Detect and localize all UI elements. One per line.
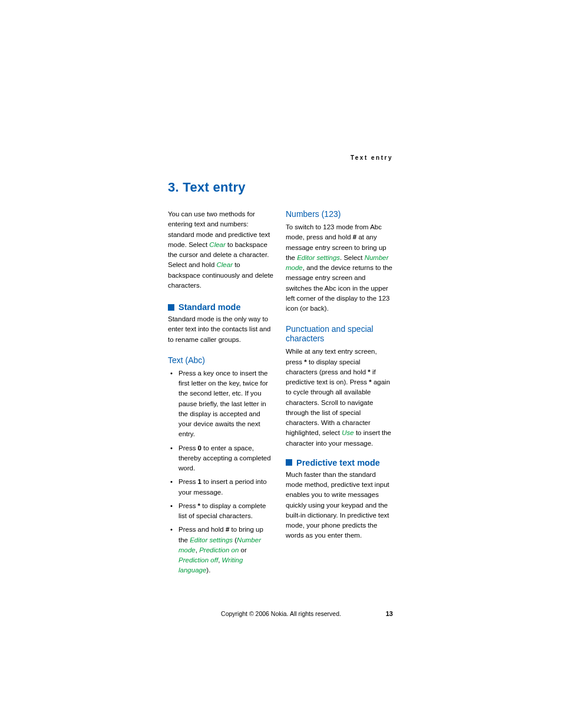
text-abc-list: Press a key once to insert the first let…: [168, 368, 274, 576]
prediction-on-option: Prediction on: [199, 546, 239, 554]
copyright-footer: Copyright © 2006 Nokia. All rights reser…: [0, 610, 562, 617]
li-text: Press: [178, 444, 198, 452]
punct-body: While at any text entry screen, press * …: [286, 347, 393, 449]
subsection-punctuation: Punctuation and special characters: [286, 324, 393, 343]
page-number: 13: [386, 610, 393, 617]
use-option: Use: [342, 429, 353, 436]
section-predictive-mode: Predictive text mode: [286, 458, 393, 467]
content-columns: You can use two methods for entering tex…: [168, 209, 393, 579]
editor-settings-option: Editor settings: [190, 536, 233, 543]
chapter-title: 3. Text entry: [168, 180, 393, 195]
subsection-numbers: Numbers (123): [286, 209, 393, 219]
li-text: ).: [206, 566, 210, 574]
list-item: Press 0 to enter a space, thereby accept…: [168, 443, 274, 474]
li-text: Press: [178, 502, 198, 509]
clear-option: Clear: [209, 241, 225, 248]
subsection-text-abc: Text (Abc): [168, 355, 274, 365]
editor-settings-option: Editor settings: [297, 254, 340, 261]
list-item: Press * to display a complete list of sp…: [168, 501, 274, 522]
p-text: again to cycle through all available cha…: [286, 378, 390, 436]
intro-paragraph: You can use two methods for entering tex…: [168, 209, 274, 291]
clear-option: Clear: [216, 261, 232, 268]
running-head: Text entry: [351, 154, 393, 161]
li-text: or: [239, 546, 246, 554]
list-item: Press a key once to insert the first let…: [168, 368, 274, 440]
p-text: . Select: [340, 254, 365, 261]
li-text: Press and hold: [178, 526, 226, 533]
li-text: Press: [178, 478, 198, 485]
numbers-body: To switch to 123 mode from Abc mode, pre…: [286, 222, 393, 314]
manual-page: Text entry 3. Text entry You can use two…: [0, 0, 562, 728]
square-bullet-icon: [168, 304, 174, 311]
p-text: , and the device returns to the message …: [286, 264, 392, 312]
section-heading-text: Predictive text mode: [296, 458, 380, 467]
right-column: Numbers (123) To switch to 123 mode from…: [286, 209, 393, 579]
standard-mode-body: Standard mode is the only way to enter t…: [168, 314, 274, 345]
prediction-off-option: Prediction off: [178, 556, 218, 564]
section-heading-text: Standard mode: [178, 302, 241, 312]
list-item: Press and hold # to bring up the Editor …: [168, 525, 274, 575]
list-item: Press 1 to insert a period into your mes…: [168, 477, 274, 498]
section-standard-mode: Standard mode: [168, 302, 274, 312]
square-bullet-icon: [286, 459, 292, 466]
left-column: You can use two methods for entering tex…: [168, 209, 274, 579]
predictive-body: Much faster than the standard mode metho…: [286, 470, 393, 541]
